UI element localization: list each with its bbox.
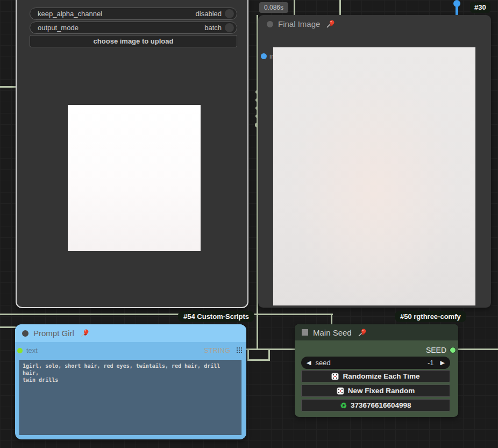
- decrement-arrow-icon[interactable]: ◀: [307, 359, 311, 366]
- images-input-dot[interactable]: [261, 53, 267, 59]
- text-output-dot[interactable]: [17, 348, 23, 353]
- uploaded-image-preview: [68, 105, 201, 251]
- link-wire: [246, 349, 296, 350]
- pushpin-icon: [358, 328, 367, 337]
- node-graph-canvas[interactable]: keep_alpha_channel disabled output_mode …: [0, 0, 498, 448]
- seed-value-widget[interactable]: ◀ seed -1 ▶: [301, 357, 450, 369]
- pushpin-icon: [80, 329, 89, 338]
- randomize-each-time-button[interactable]: Randomize Each Time: [301, 370, 450, 382]
- output-mode-widget[interactable]: output_mode batch: [30, 22, 237, 34]
- link-wire: [268, 349, 270, 361]
- button-label: Randomize Each Time: [343, 372, 419, 380]
- widget-value: disabled: [196, 10, 222, 18]
- new-fixed-random-button[interactable]: New Fixed Random: [301, 385, 450, 397]
- collapse-dot-icon[interactable]: [22, 330, 29, 337]
- link-wire: [294, 0, 295, 16]
- link-wire: [339, 0, 341, 16]
- image-link-endpoint: [453, 0, 460, 7]
- seed-output-dot[interactable]: [450, 347, 456, 353]
- widget-value: batch: [204, 24, 222, 32]
- seed-output-label: SEED: [426, 346, 446, 354]
- text-output-label: text: [26, 346, 38, 354]
- node-title-bar[interactable]: Prompt Girl: [15, 324, 246, 342]
- prompt-girl-node[interactable]: Prompt Girl text STRING 1girl, solo, sho…: [15, 324, 246, 439]
- collapse-square-icon[interactable]: [302, 329, 308, 336]
- link-wire: [0, 86, 17, 88]
- link-wire: [452, 349, 498, 350]
- node-source-badge: #54 Custom-Scripts: [178, 311, 254, 322]
- button-label: New Fixed Random: [348, 387, 415, 395]
- widget-label: output_mode: [38, 24, 204, 32]
- link-wire: [247, 359, 270, 361]
- button-label: 373676616604998: [351, 401, 411, 409]
- collapse-dot-icon[interactable]: [267, 21, 273, 27]
- node-title-text: Final Image: [278, 19, 320, 29]
- prompt-text-input[interactable]: 1girl, solo, short hair, red eyes, twint…: [19, 360, 241, 435]
- node-title-text: Prompt Girl: [33, 329, 74, 338]
- image-loader-node[interactable]: keep_alpha_channel disabled output_mode …: [16, 0, 248, 308]
- drag-handle-icon[interactable]: [236, 347, 242, 353]
- main-seed-node[interactable]: Main Seed SEED ◀ seed -1 ▶: [295, 324, 458, 417]
- link-wire: [0, 326, 16, 328]
- node-source-badge: #50 rgthree-comfy: [395, 311, 466, 322]
- node-title-bar[interactable]: Main Seed: [295, 324, 458, 340]
- node-title-text: Main Seed: [313, 328, 352, 337]
- choose-image-upload-button[interactable]: choose image to upload: [30, 35, 237, 47]
- last-seed-button[interactable]: ♻ 373676616604998: [301, 399, 450, 411]
- pushpin-icon: [326, 19, 335, 29]
- dice-icon: [337, 387, 344, 395]
- link-wire: [0, 314, 333, 315]
- link-wire: [331, 314, 332, 325]
- recycle-icon: ♻: [340, 401, 347, 410]
- final-image-node[interactable]: Final Image images: [258, 15, 491, 308]
- execution-time-badge: 0.086s: [259, 2, 288, 13]
- string-type-label: STRING: [204, 346, 230, 354]
- seed-widget-value: -1: [428, 359, 434, 367]
- widget-label: keep_alpha_channel: [38, 10, 196, 18]
- dice-icon: [331, 373, 339, 380]
- toggle-knob-icon[interactable]: [225, 9, 234, 18]
- seed-widget-label: seed: [315, 359, 423, 367]
- node-id-badge: #30: [470, 2, 490, 13]
- increment-arrow-icon[interactable]: ▶: [440, 359, 445, 366]
- keep-alpha-channel-widget[interactable]: keep_alpha_channel disabled: [30, 8, 237, 20]
- generated-image-preview: [273, 47, 475, 305]
- toggle-knob-icon[interactable]: [225, 23, 234, 32]
- node-title-bar[interactable]: Final Image: [267, 19, 335, 29]
